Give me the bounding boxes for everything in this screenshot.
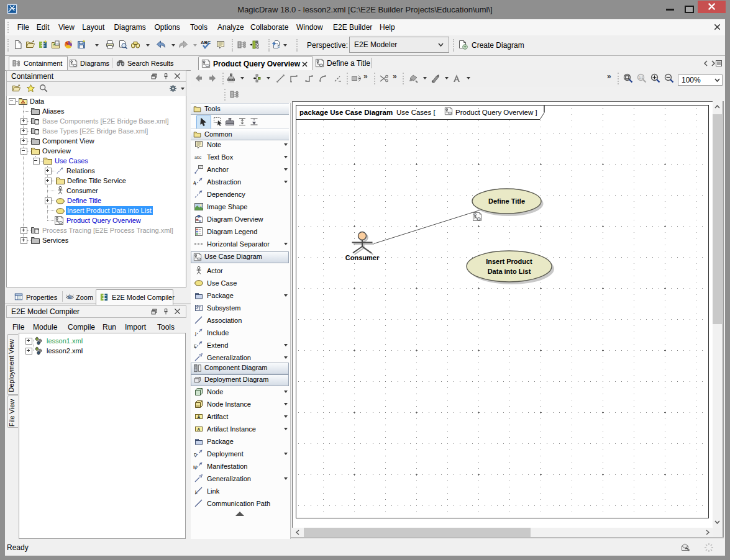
svg-text:Product Query Overview ]: Product Query Overview ] — [455, 109, 537, 116]
svg-text:Insert Product: Insert Product — [486, 258, 532, 265]
svg-text:Use Cases [: Use Cases [ — [396, 109, 436, 116]
svg-text:Data into List: Data into List — [488, 268, 531, 275]
svg-text:package Use Case Diagram: package Use Case Diagram — [299, 109, 393, 116]
svg-text:Define Title: Define Title — [488, 197, 525, 205]
svg-text:Consumer: Consumer — [345, 254, 380, 261]
svg-text:1:1: 1:1 — [639, 76, 644, 79]
